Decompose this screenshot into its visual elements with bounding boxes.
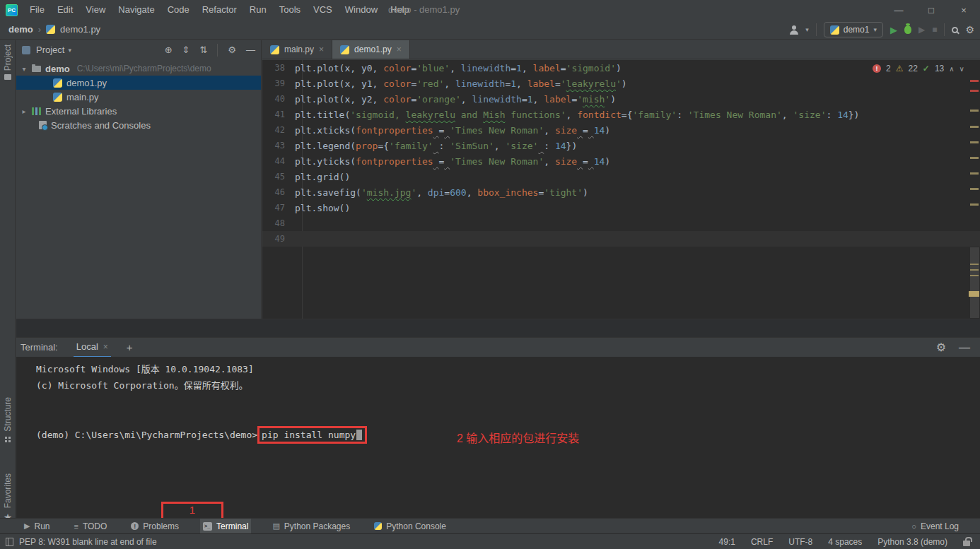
python-file-icon	[270, 45, 279, 54]
gear-icon[interactable]: ⚙	[228, 45, 236, 55]
breadcrumb-file[interactable]: demo1.py	[60, 24, 100, 35]
new-terminal-icon[interactable]: +	[127, 341, 133, 353]
hide-panel-icon[interactable]: —	[959, 341, 970, 354]
locate-file-icon[interactable]: ⊕	[165, 45, 173, 55]
coverage-button[interactable]: ▶	[918, 25, 925, 35]
breadcrumb-project[interactable]: demo	[8, 24, 33, 35]
warning-stripe-mark[interactable]	[970, 203, 979, 206]
layout-icon[interactable]	[6, 538, 13, 546]
menu-file[interactable]: File	[23, 0, 51, 20]
code-line-47[interactable]: 47plt.show()	[262, 200, 980, 216]
tab-main-py[interactable]: main.py ×	[262, 40, 332, 59]
code-line-49[interactable]: 49	[262, 231, 980, 247]
close-icon[interactable]: ×	[947, 0, 980, 20]
event-log-button[interactable]: ○ Event Log	[911, 521, 959, 531]
line-separator[interactable]: CRLF	[751, 537, 773, 547]
close-icon[interactable]: ×	[103, 342, 108, 352]
tool-stripe-project[interactable]: Project	[0, 45, 16, 80]
tool-button-python-packages[interactable]: ▤Python Packages	[269, 519, 353, 534]
expand-all-icon[interactable]: ⇕	[182, 45, 190, 55]
tool-button-problems[interactable]: !Problems	[128, 519, 182, 534]
menu-navigate[interactable]: Navigate	[112, 0, 161, 20]
stop-button[interactable]: ■	[932, 25, 937, 35]
code-line-42[interactable]: 42plt.xticks(fontproperties = 'Times New…	[262, 122, 980, 138]
tool-button-terminal[interactable]: >_Terminal	[200, 519, 251, 534]
file-encoding[interactable]: UTF-8	[788, 537, 812, 547]
indent-style[interactable]: 4 spaces	[828, 537, 862, 547]
code-line-43[interactable]: 43plt.legend(prop={'family' : 'SimSun', …	[262, 138, 980, 153]
hide-panel-icon[interactable]: —	[246, 45, 255, 55]
terminal-tab-local[interactable]: Local ×	[74, 338, 111, 358]
code-line-41[interactable]: 41plt.title('sigmoid, leakyrelu and Mish…	[262, 107, 980, 122]
warning-stripe-mark[interactable]	[970, 126, 979, 128]
prev-problem-icon[interactable]: ∧	[949, 65, 954, 73]
code-line-40[interactable]: 40plt.plot(x, y2, color='orange', linewi…	[262, 91, 980, 107]
tool-button-python-console[interactable]: Python Console	[371, 519, 449, 534]
settings-gear-icon[interactable]: ⚙	[965, 24, 974, 35]
warning-stripe-mark[interactable]	[970, 172, 979, 175]
tab-demo1-py[interactable]: demo1.py ×	[332, 40, 410, 59]
menu-view[interactable]: View	[79, 0, 112, 20]
project-panel-title[interactable]: Project	[36, 45, 64, 55]
warning-stripe-mark[interactable]	[970, 157, 979, 159]
menu-refactor[interactable]: Refactor	[196, 0, 243, 20]
lock-icon[interactable]	[963, 541, 970, 546]
collapse-all-icon[interactable]: ⇅	[199, 45, 207, 55]
chevron-down-icon[interactable]: ▾	[21, 65, 28, 73]
tree-row-demo1[interactable]: demo1.py	[16, 76, 261, 90]
tree-row-scratches[interactable]: Scratches and Consoles	[16, 118, 261, 132]
python-interpreter[interactable]: Python 3.8 (demo)	[877, 537, 947, 547]
minimize-icon[interactable]: —	[882, 0, 915, 20]
code-line-48[interactable]: 48	[262, 216, 980, 231]
tool-stripe-favorites[interactable]: Favorites ★	[0, 473, 16, 523]
run-button[interactable]: ▶	[890, 25, 897, 35]
gear-icon[interactable]: ⚙	[936, 341, 946, 354]
tree-row-root[interactable]: ▾ demo C:\Users\mi\PycharmProjects\demo	[16, 61, 261, 76]
menu-code[interactable]: Code	[161, 0, 196, 20]
tool-button-todo[interactable]: ≡TODO	[71, 519, 110, 534]
chevron-down-icon[interactable]: ▾	[68, 47, 71, 54]
menu-run[interactable]: Run	[243, 0, 273, 20]
inspections-widget[interactable]: ! 2 ⚠ 22 ✓ 13 ∧ ∨	[873, 64, 964, 73]
close-icon[interactable]: ×	[319, 45, 324, 54]
warning-stripe-mark[interactable]	[970, 110, 979, 112]
user-dropdown-icon[interactable]: ▾	[805, 26, 809, 33]
user-icon[interactable]	[789, 25, 798, 35]
warning-stripe-mark[interactable]	[970, 264, 979, 265]
code-line-45[interactable]: 45plt.grid()	[262, 169, 980, 184]
maximize-icon[interactable]: □	[915, 0, 947, 20]
next-problem-icon[interactable]: ∨	[959, 65, 964, 73]
menu-vcs[interactable]: VCS	[307, 0, 339, 20]
warning-stripe-mark[interactable]	[969, 291, 979, 297]
tool-button-run[interactable]: ▶Run	[21, 519, 52, 534]
error-stripe-mark[interactable]	[970, 80, 979, 82]
code-line-44[interactable]: 44plt.yticks(fontproperties = 'Times New…	[262, 153, 980, 169]
editor-bottom-strip	[16, 319, 980, 337]
code-editor[interactable]: 38plt.plot(x, y0, color='blue', linewidt…	[262, 60, 980, 319]
code-line-39[interactable]: 39plt.plot(x, y1, color='red', linewidth…	[262, 76, 980, 91]
search-everywhere-icon[interactable]	[952, 27, 958, 33]
chevron-right-icon[interactable]: ▸	[21, 107, 28, 115]
code-text: plt.plot(x, y1, color='red', linewidth=1…	[295, 78, 627, 89]
menu-tools[interactable]: Tools	[273, 0, 307, 20]
warning-stripe-mark[interactable]	[970, 188, 979, 190]
tree-row-main[interactable]: main.py	[16, 90, 261, 104]
terminal-command-input[interactable]: pip install numpy	[262, 430, 356, 440]
terminal-output[interactable]: Microsoft Windows [版本 10.0.19042.1083](c…	[16, 357, 980, 518]
warning-stripe-mark[interactable]	[970, 141, 979, 143]
status-message[interactable]: PEP 8: W391 blank line at end of file	[19, 537, 157, 547]
tool-stripe-structure[interactable]: Structure	[0, 397, 16, 442]
error-stripe-mark[interactable]	[970, 90, 979, 92]
warning-stripe-mark[interactable]	[970, 269, 979, 271]
caret-position[interactable]: 49:1	[719, 537, 735, 547]
tree-row-external-libraries[interactable]: ▸ External Libraries	[16, 104, 261, 118]
code-line-46[interactable]: 46plt.savefig('mish.jpg', dpi=600, bbox_…	[262, 184, 980, 200]
menu-edit[interactable]: Edit	[51, 0, 79, 20]
menu-window[interactable]: Window	[339, 0, 384, 20]
editor-scrollbar[interactable]	[970, 247, 979, 318]
warning-stripe-mark[interactable]	[970, 275, 979, 276]
close-icon[interactable]: ×	[397, 45, 402, 54]
project-tree: ▾ demo C:\Users\mi\PycharmProjects\demo …	[16, 61, 261, 132]
debug-button[interactable]	[904, 25, 911, 34]
run-config-select[interactable]: demo1 ▾	[824, 22, 883, 37]
